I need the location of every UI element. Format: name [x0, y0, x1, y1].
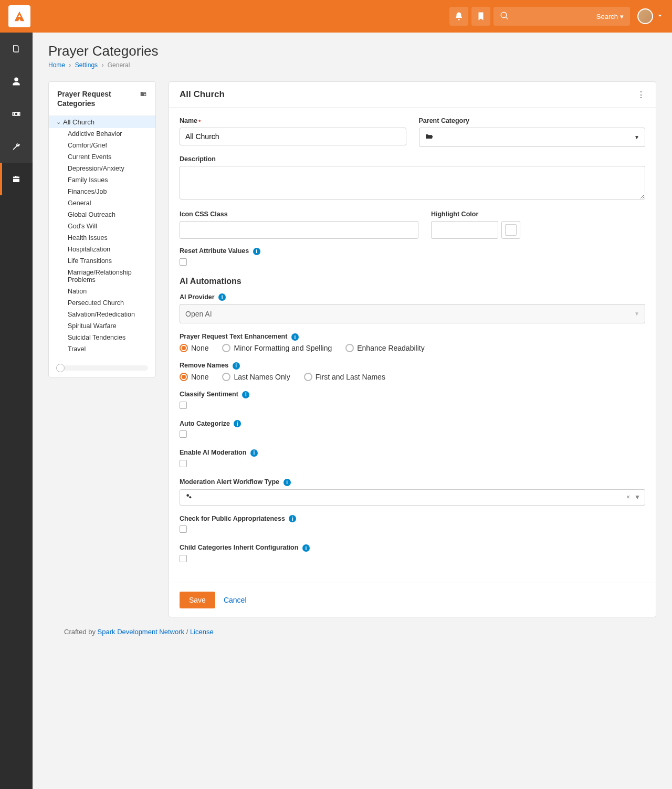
enable-moderation-label: Enable AI Moderation i	[180, 449, 645, 457]
main-content: Prayer Categories Home › Settings › Gene…	[33, 33, 672, 789]
tree-item[interactable]: Global Outreach	[49, 209, 155, 220]
auto-categorize-label: Auto Categorize i	[180, 420, 645, 428]
add-folder-icon[interactable]	[140, 90, 147, 99]
inherit-config-checkbox[interactable]	[180, 555, 187, 562]
info-icon[interactable]: i	[218, 293, 226, 301]
radio-dot	[345, 344, 354, 352]
parent-category-picker[interactable]: ▼	[419, 128, 646, 147]
info-icon[interactable]: i	[291, 333, 299, 341]
tree-item[interactable]: Comfort/Grief	[49, 140, 155, 151]
icon-css-input[interactable]	[180, 221, 418, 239]
radio-dot	[180, 373, 188, 381]
topbar: Search ▾	[0, 0, 672, 33]
tree-item[interactable]: Nation	[49, 286, 155, 297]
folder-open-icon	[425, 132, 433, 142]
notifications-icon[interactable]	[449, 7, 468, 26]
search-dropdown[interactable]: Search ▾	[596, 13, 624, 20]
radio-option[interactable]: Last Names Only	[222, 373, 290, 381]
cancel-button[interactable]: Cancel	[224, 596, 247, 604]
breadcrumb-settings[interactable]: Settings	[75, 61, 98, 69]
tree-root-item[interactable]: ⌄ All Church	[49, 116, 155, 128]
info-icon[interactable]: i	[233, 362, 240, 370]
reset-attributes-checkbox[interactable]	[180, 258, 187, 266]
save-button[interactable]: Save	[180, 592, 215, 608]
ai-provider-label: AI Provider i	[180, 293, 645, 301]
radio-option[interactable]: First and Last Names	[304, 373, 385, 381]
workflow-type-picker[interactable]: × ▼	[180, 489, 645, 506]
name-label: Name•	[180, 117, 406, 124]
tree-item[interactable]: General	[49, 197, 155, 209]
tree-scrollbar[interactable]	[49, 359, 155, 377]
workflow-type-label: Moderation Alert Workflow Type i	[180, 478, 645, 486]
highlight-color-label: Highlight Color	[431, 211, 645, 218]
tree-title: Prayer Request Categories	[57, 89, 140, 108]
tree-item[interactable]: Spiritual Warfare	[49, 320, 155, 332]
tree-item[interactable]: Health Issues	[49, 232, 155, 244]
radio-dot	[222, 373, 230, 381]
tree-item[interactable]: Salvation/Rededication	[49, 309, 155, 320]
info-icon[interactable]: i	[302, 544, 310, 552]
editor-title: All Church	[180, 89, 225, 100]
classify-sentiment-label: Classify Sentiment i	[180, 391, 645, 398]
page-footer: Crafted by Spark Development Network / L…	[48, 617, 656, 646]
auto-categorize-checkbox[interactable]	[180, 430, 187, 438]
info-icon[interactable]: i	[242, 391, 249, 398]
public-appropriateness-label: Check for Public Appropriateness i	[180, 515, 645, 523]
parent-category-label: Parent Category	[419, 117, 646, 124]
kebab-menu-icon[interactable]: ⋮	[637, 90, 645, 100]
tree-item[interactable]: Family Issues	[49, 174, 155, 186]
caret-down-icon: ▼	[634, 311, 639, 317]
clear-icon[interactable]: ×	[626, 493, 630, 501]
public-appropriateness-checkbox[interactable]	[180, 525, 187, 533]
info-icon[interactable]: i	[253, 248, 260, 255]
category-editor: All Church ⋮ Name• Parent Category	[169, 81, 656, 617]
tree-item[interactable]: Depression/Anxiety	[49, 163, 155, 174]
info-icon[interactable]: i	[234, 420, 241, 427]
radio-dot	[180, 344, 188, 352]
name-input[interactable]	[180, 128, 406, 145]
tree-item[interactable]: Current Events	[49, 151, 155, 163]
tree-item[interactable]: Addictive Behavior	[49, 128, 155, 140]
color-swatch[interactable]	[501, 221, 520, 239]
tree-item[interactable]: Suicidal Tendencies	[49, 332, 155, 343]
nav-item-person[interactable]	[0, 65, 33, 98]
nav-item-toolbox[interactable]	[0, 163, 33, 195]
tree-item[interactable]: Finances/Job	[49, 186, 155, 197]
tree-item[interactable]: God's Will	[49, 220, 155, 232]
description-label: Description	[180, 155, 645, 163]
user-menu-caret[interactable]	[656, 11, 664, 22]
avatar[interactable]	[637, 8, 653, 24]
ai-provider-select[interactable]: Open AI ▼	[180, 304, 645, 323]
breadcrumb-home[interactable]: Home	[48, 61, 65, 69]
nav-item-money[interactable]	[0, 98, 33, 130]
svg-point-0	[186, 494, 189, 497]
info-icon[interactable]: i	[284, 479, 291, 486]
page-title: Prayer Categories	[48, 43, 656, 59]
enable-moderation-checkbox[interactable]	[180, 460, 187, 467]
info-icon[interactable]: i	[289, 515, 296, 522]
description-input[interactable]	[180, 166, 645, 199]
app-logo[interactable]	[8, 5, 30, 27]
search-input-wrap[interactable]: Search ▾	[494, 7, 630, 26]
radio-option[interactable]: Enhance Readability	[345, 344, 424, 352]
icon-css-label: Icon CSS Class	[180, 211, 418, 218]
tree-item[interactable]: Hospitalization	[49, 244, 155, 255]
info-icon[interactable]: i	[250, 449, 258, 457]
classify-sentiment-checkbox[interactable]	[180, 402, 187, 409]
tree-item[interactable]: Marriage/Relationship Problems	[49, 267, 155, 286]
tree-item[interactable]: Persecuted Church	[49, 297, 155, 309]
tree-item[interactable]: Travel	[49, 343, 155, 355]
reset-attributes-label: Reset Attribute Values i	[180, 247, 645, 255]
nav-item-book[interactable]	[0, 33, 33, 65]
radio-option[interactable]: None	[180, 344, 208, 352]
tree-item[interactable]: Life Transitions	[49, 255, 155, 267]
radio-option[interactable]: None	[180, 373, 208, 381]
caret-down-icon: ▼	[634, 134, 639, 140]
nav-item-wrench[interactable]	[0, 130, 33, 163]
category-tree-panel: Prayer Request Categories ⌄ All Church A…	[48, 81, 156, 377]
footer-license-link[interactable]: License	[190, 628, 214, 636]
bookmark-icon[interactable]	[471, 7, 490, 26]
highlight-color-input[interactable]	[431, 221, 498, 239]
footer-org-link[interactable]: Spark Development Network	[98, 628, 184, 636]
radio-option[interactable]: Minor Formatting and Spelling	[222, 344, 332, 352]
